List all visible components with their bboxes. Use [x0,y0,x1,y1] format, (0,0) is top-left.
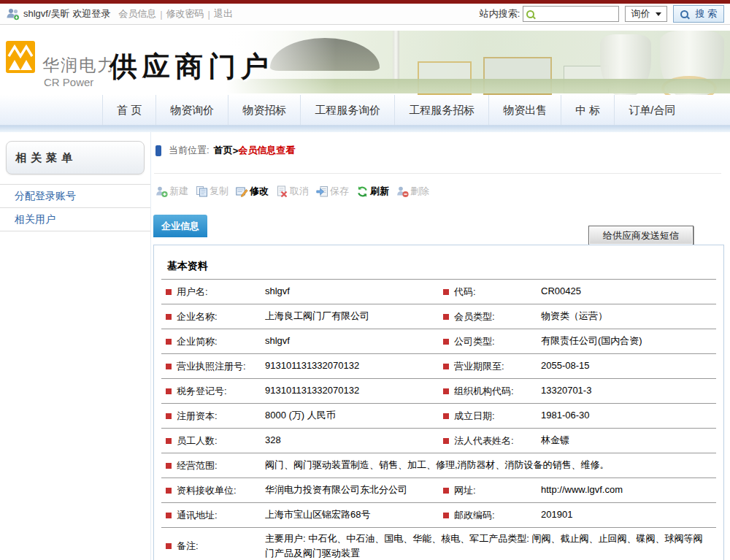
field-label: 企业简称: [161,335,265,348]
red-bullet-icon [166,543,172,549]
field-value: 328 [265,433,439,448]
red-bullet-icon [166,413,172,419]
save-button-label: 保存 [330,185,349,198]
field-label: 经营范围: [161,459,265,472]
field-value: 13320701-3 [541,383,716,398]
cancel-button[interactable]: 取消 [276,185,309,198]
red-bullet-icon [443,513,449,518]
field-label-text: 法人代表姓名: [454,434,514,448]
breadcrumb-current: 会员信息查看 [238,144,295,157]
portal-title: 供应商门户 [110,48,274,85]
nav-item-1[interactable]: 首 页 [102,95,155,125]
table-row: 资料接收单位:华润电力投资有限公司东北分公司网址:http://www.lgvf… [161,478,716,503]
red-bullet-icon [166,314,172,320]
field-label: 营业期限至: [439,360,541,373]
sidebar-title: 相关菜单 [6,141,145,174]
red-bullet-icon [166,438,172,444]
field-label: 成立日期: [439,410,541,423]
red-bullet-icon [166,339,172,345]
field-label: 注册资本: [161,410,265,423]
new-button[interactable]: 新建 [155,185,188,198]
red-bullet-icon [443,413,449,419]
nav-item-2[interactable]: 物资询价 [155,95,228,125]
supplier-portal-page: shlgvf/吴昕 欢迎登录 会员信息|修改密码|退出 站内搜索: 询价 搜 索 [0,0,730,560]
field-label-text: 注册资本: [177,410,218,423]
user-add-icon [155,185,168,198]
nav-item-5[interactable]: 工程服务招标 [394,95,488,125]
field-label-text: 备注: [177,540,199,553]
sidebar-item-2[interactable]: 相关用户 [0,208,150,231]
breadcrumb-marker-icon [155,145,161,156]
refresh-icon [356,185,369,198]
nav-item-6[interactable]: 物资出售 [488,95,561,125]
nav-item-4[interactable]: 工程服务询价 [300,95,394,125]
cancel-icon [276,185,288,198]
field-label: 营业执照注册号: [161,360,265,373]
field-label: 代码: [439,285,541,299]
delete-button-label: 删除 [410,185,429,198]
red-bullet-icon [443,438,449,444]
field-label-text: 营业执照注册号: [177,360,246,373]
brand-name-en: CR Power [44,76,93,88]
nav-item-7[interactable]: 中 标 [561,95,614,125]
field-label-text: 企业名称: [177,310,218,323]
user-link-3[interactable]: 退出 [214,7,233,20]
field-label-text: 邮政编码: [454,509,495,522]
field-label-text: 网址: [454,484,476,497]
sidebar-item-1[interactable]: 分配登录账号 [0,184,150,208]
link-separator: | [208,9,210,20]
field-value: 有限责任公司(国内合资) [541,334,716,348]
main-nav: 首 页物资询价物资招标工程服务询价工程服务招标物资出售中 标订单/合同 [0,95,730,126]
modify-button[interactable]: 修改 [236,185,269,198]
cr-power-logo-icon [6,41,35,73]
site-search-box[interactable] [523,6,619,22]
field-value: 913101131332070132 [265,383,439,398]
nav-item-8[interactable]: 订单/合同 [614,95,689,125]
field-value: 上海良工阀门厂有限公司 [265,309,439,323]
field-label: 备注: [161,540,265,553]
breadcrumb-home-link[interactable]: 首页 [214,144,233,157]
search-magnifier-icon [526,10,534,18]
tab-company-info[interactable]: 企业信息 [153,215,207,237]
brand-name-cn: 华润电力 [42,54,115,77]
delete-button[interactable]: 删除 [396,185,429,198]
field-label: 资料接收单位: [161,484,265,497]
table-row: 通讯地址:上海市宝山区锦宏路68号邮政编码:201901 [161,503,716,528]
logged-in-user: shlgvf/吴昕 欢迎登录 [23,7,110,20]
search-category-select[interactable]: 询价 [625,6,667,22]
modify-button-label: 修改 [250,185,269,198]
link-separator: | [160,9,162,20]
field-value: 2055-08-15 [541,358,716,373]
section-title: 基本资料 [167,260,208,273]
site-search-label: 站内搜索: [480,7,520,20]
new-button-label: 新建 [169,185,188,198]
sidebar: 相关菜单 分配登录账号相关用户 [0,132,151,560]
search-button-magnifier-icon [680,10,688,18]
red-bullet-icon [166,289,172,295]
search-button[interactable]: 搜 索 [673,5,724,23]
field-label: 会员类型: [439,310,541,323]
save-button[interactable]: 保存 [316,185,349,198]
field-value: 913101131332070132 [265,358,439,373]
user-link-1[interactable]: 会员信息 [118,7,156,20]
field-label: 邮政编码: [439,509,541,522]
nav-item-3[interactable]: 物资招标 [228,95,300,125]
field-label: 组织机构代码: [439,385,541,398]
chevron-down-icon [656,12,661,16]
save-icon [316,185,328,198]
refresh-button-label: 刷新 [370,185,389,198]
red-bullet-icon [443,488,449,494]
user-link-2[interactable]: 修改密码 [166,7,204,20]
send-sms-button[interactable]: 给供应商发送短信 [588,226,694,245]
field-label: 企业名称: [161,310,265,323]
table-row: 员工人数:328法人代表姓名:林金镖 [161,429,716,453]
nav-list: 首 页物资询价物资招标工程服务询价工程服务招标物资出售中 标订单/合同 [102,95,730,125]
refresh-button[interactable]: 刷新 [356,185,389,198]
copy-button[interactable]: 复制 [196,185,228,198]
user-links: 会员信息|修改密码|退出 [115,7,237,20]
site-search-input[interactable] [537,8,615,20]
field-label: 税务登记号: [161,385,265,398]
power-plant-photo [226,31,730,93]
red-bullet-icon [443,289,449,295]
field-label-text: 公司类型: [454,335,495,348]
